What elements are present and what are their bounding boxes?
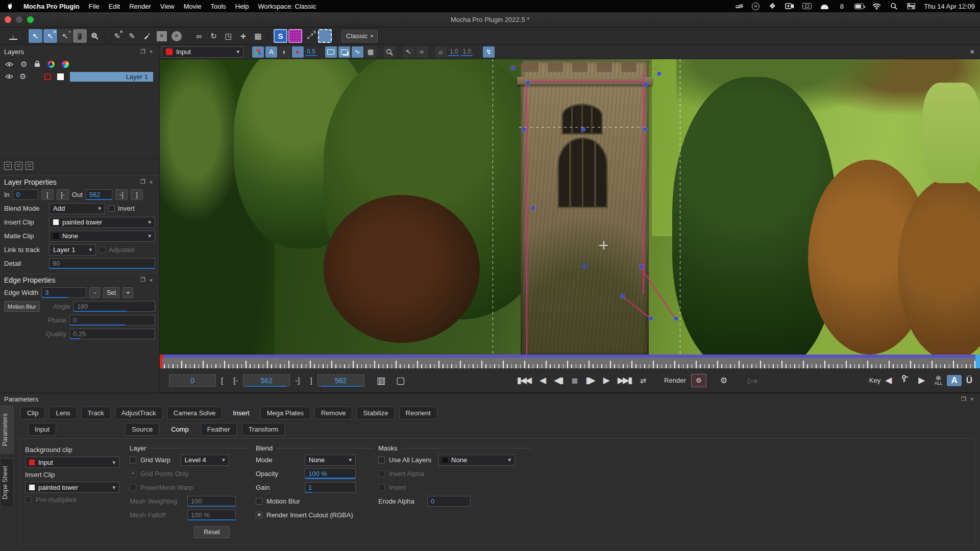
tab-source[interactable]: Source [125, 423, 159, 436]
edge-width-set-button[interactable]: Set [103, 287, 119, 298]
menu-clock[interactable]: Thu 14 Apr 12:09 [924, 3, 975, 10]
wifi-icon[interactable] [872, 2, 881, 10]
edge-width-minus-button[interactable]: − [89, 287, 100, 298]
play-button[interactable]: ▶ [599, 375, 613, 386]
tab-adjusttrack[interactable]: AdjustTrack [115, 407, 163, 419]
create-xspline-tool[interactable]: ✎✕ [110, 29, 124, 43]
go-start-button[interactable]: ▮◀◀ [512, 375, 535, 386]
exposure-value-a[interactable]: 1.0 [448, 48, 460, 56]
menu-help[interactable]: Help [235, 3, 249, 10]
grid-warp-checkbox[interactable] [130, 457, 136, 463]
set-in-button[interactable]: [ [216, 376, 228, 385]
next-keyframe-button[interactable]: ▶ [914, 375, 929, 386]
alpha-channel-button[interactable]: A [265, 46, 277, 58]
play-backward-button[interactable]: ◀ [535, 375, 549, 386]
zoom-window-tool-button[interactable] [384, 46, 396, 58]
spline-edge-left[interactable] [526, 81, 527, 355]
edge-width-plus-button[interactable]: + [122, 287, 133, 298]
viewport-menu-icon[interactable]: ≡ [966, 46, 978, 58]
menu-file[interactable]: File [89, 3, 100, 10]
spline-point[interactable] [522, 128, 526, 131]
brightness-button[interactable]: ☼ [435, 46, 447, 58]
spline-point[interactable] [640, 265, 643, 268]
spline-point[interactable] [657, 72, 661, 76]
trim-in-button[interactable]: [- [57, 189, 69, 200]
layer-fill-swatch[interactable] [57, 73, 64, 80]
spline-anchor-crosshair[interactable] [580, 262, 589, 270]
tab-remove[interactable]: Remove [314, 407, 352, 419]
tab-comp[interactable]: Comp [164, 423, 195, 436]
layer-visible-eye-icon[interactable] [5, 73, 13, 81]
tab-mega-plates[interactable]: Mega Plates [260, 407, 310, 419]
in-field[interactable]: 0 [13, 189, 38, 200]
tab-insert[interactable]: Insert [226, 407, 256, 419]
gain-field[interactable]: 1 [305, 482, 356, 493]
gamma-button[interactable]: ● [292, 46, 304, 58]
spotlight-icon[interactable] [889, 2, 898, 10]
stabilize-view-button[interactable]: S [274, 29, 287, 43]
phase-field[interactable]: 0 [69, 315, 155, 325]
set-in-button[interactable]: [ [41, 189, 54, 200]
menu-workspace[interactable]: Workspace: Classic [258, 3, 316, 10]
lock-icon[interactable] [34, 60, 40, 69]
spline-point[interactable] [531, 206, 535, 210]
set-out-button[interactable]: ] [305, 376, 317, 385]
show-overlays-button[interactable] [338, 46, 350, 58]
touchbar-icon[interactable] [802, 2, 812, 10]
insert-grid-button[interactable] [288, 29, 302, 43]
show-grid-button[interactable]: ▦ [365, 46, 377, 58]
add-point-tool[interactable]: ↖+ [58, 29, 72, 43]
render-settings-gear[interactable]: ⚙ [716, 375, 732, 385]
delete-all-keys-button[interactable]: ⊗ALL [929, 375, 947, 386]
mesh-weighting-field[interactable]: 100 [187, 496, 236, 507]
tab-track[interactable]: Track [81, 407, 111, 419]
tab-dope-sheet-vertical[interactable]: Dope Sheet [0, 458, 14, 507]
mesh-tool[interactable]: ▦ [251, 29, 265, 43]
render-insert-cutout-checkbox[interactable]: ✕ [256, 512, 262, 518]
spline-point[interactable] [649, 317, 653, 320]
spline-edge-top[interactable] [526, 81, 644, 82]
transform-tool[interactable]: ◳ [222, 29, 235, 43]
prev-keyframe-button[interactable]: ◀ [880, 375, 896, 386]
current-frame-field[interactable]: 0 [169, 374, 216, 387]
erode-alpha-field[interactable]: 0 [427, 496, 471, 507]
rotate-tool[interactable]: ↻ [207, 29, 220, 43]
menu-tools[interactable]: Tools [210, 3, 226, 10]
invert-alpha-checkbox[interactable] [378, 470, 385, 477]
close-icon[interactable]: × [147, 48, 155, 55]
tab-feather[interactable]: Feather [201, 423, 237, 436]
frame-ruler[interactable] [160, 358, 980, 368]
go-end-button[interactable]: ▶▶▮ [613, 375, 636, 386]
grid-points-only-checkbox[interactable]: ✕ [130, 470, 136, 477]
out-minus-button[interactable]: -] [290, 376, 305, 385]
gear-icon[interactable]: ⚙ [20, 60, 27, 69]
zoom-timeline-out-icon[interactable]: ▢ [391, 374, 410, 386]
spline-point[interactable] [526, 81, 530, 85]
menu-app-name[interactable]: Mocha Pro Plugin [23, 3, 80, 10]
show-splines-button[interactable]: ∿ [352, 46, 363, 58]
undock-icon[interactable]: ❐ [139, 48, 147, 55]
delete-rect-tool[interactable]: ✕ [155, 29, 168, 43]
mesh-falloff-field[interactable]: 100 % [187, 510, 236, 520]
matte-clip-dropdown[interactable]: None▾ [49, 231, 155, 242]
mask-layer-dropdown[interactable]: None▾ [438, 455, 515, 466]
control-center-icon[interactable] [906, 2, 916, 10]
tab-reorient[interactable]: Reorient [399, 407, 437, 419]
blend-motion-blur-checkbox[interactable] [256, 498, 262, 505]
tab-parameters-vertical[interactable]: Parameters [0, 406, 14, 454]
close-icon[interactable]: × [147, 179, 155, 185]
timeline-ruler[interactable] [160, 355, 980, 368]
tab-lens[interactable]: Lens [49, 407, 77, 419]
select-tool[interactable]: ↖ [29, 29, 42, 43]
export-flag-button[interactable]: ▷⚙ [743, 377, 763, 385]
playhead-marker[interactable] [160, 355, 162, 368]
zoom-tool[interactable] [88, 29, 102, 43]
tab-clip[interactable]: Clip [20, 407, 45, 419]
background-clip-dropdown[interactable]: Input▾ [25, 457, 119, 468]
show-paths-button[interactable]: ≈ [416, 46, 428, 58]
gpu-bolt-button[interactable]: ↯ [483, 46, 495, 58]
powermesh-warp-checkbox[interactable] [130, 484, 136, 491]
spline-point[interactable] [643, 128, 647, 131]
step-back-button[interactable]: ◀▮ [549, 375, 567, 386]
opacity-field[interactable]: 100 % [305, 468, 356, 479]
